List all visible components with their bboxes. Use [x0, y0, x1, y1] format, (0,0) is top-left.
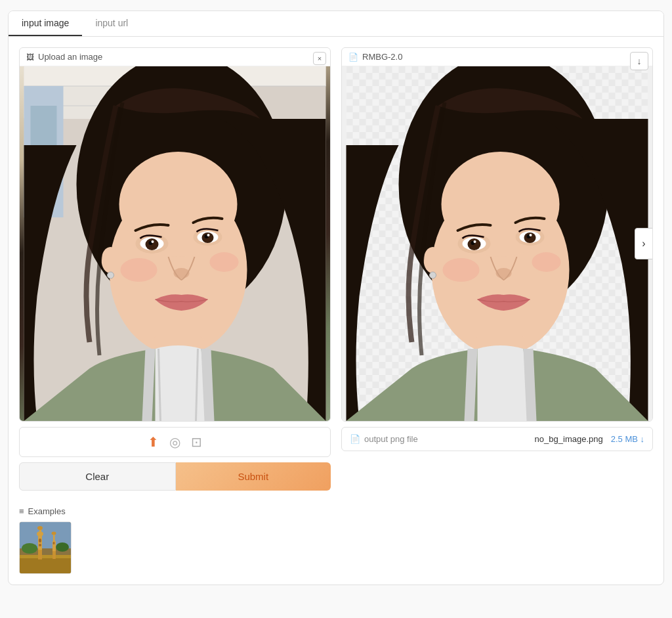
download-button[interactable]: ↓	[630, 52, 648, 70]
output-image-display: ›	[342, 66, 652, 421]
tab-input-image[interactable]: input image	[9, 11, 82, 36]
output-file-row: 📄 output png file no_bg_image.png 2.5 MB…	[341, 427, 653, 451]
document-icon: 📄	[348, 53, 358, 62]
svg-rect-58	[38, 550, 40, 560]
svg-rect-66	[52, 551, 54, 559]
portrait-svg-left	[20, 66, 330, 421]
model-label: RMBG-2.0	[362, 52, 402, 62]
action-bar: ⬆ ◎ ⊡	[19, 427, 331, 457]
output-file-left: 📄 output png file	[350, 434, 418, 444]
examples-section: ≡ Examples	[9, 501, 663, 585]
settings-action-icon[interactable]: ◎	[169, 434, 180, 450]
svg-point-70	[53, 542, 55, 544]
output-filename: no_bg_image.png	[535, 434, 603, 444]
examples-icon: ≡	[19, 506, 24, 516]
buttons-row: Clear Submit	[19, 462, 331, 491]
main-content: 🖼 Upload an image ×	[9, 37, 663, 501]
svg-rect-68	[53, 534, 55, 542]
svg-point-25	[108, 272, 114, 278]
examples-header: ≡ Examples	[19, 506, 653, 516]
svg-point-23	[210, 252, 239, 272]
output-image-box: 📄 RMBG-2.0 ↓	[341, 47, 653, 422]
output-section-label: output png file	[364, 434, 418, 444]
svg-rect-67	[54, 551, 56, 559]
input-image-box: 🖼 Upload an image ×	[19, 47, 331, 422]
file-icon: 📄	[350, 434, 360, 444]
svg-point-56	[56, 542, 69, 552]
tab-input-url[interactable]: input url	[82, 11, 141, 36]
svg-point-16	[152, 240, 154, 243]
svg-point-48	[532, 252, 561, 272]
examples-grid	[19, 521, 653, 574]
tabs-bar: input image input url	[9, 11, 663, 37]
svg-point-55	[22, 543, 37, 554]
close-button[interactable]: ×	[313, 52, 326, 65]
svg-point-62	[37, 526, 43, 530]
svg-point-22	[121, 258, 158, 282]
output-file-right: no_bg_image.png 2.5 MB ↓	[535, 434, 644, 444]
upload-header: 🖼 Upload an image	[20, 48, 330, 66]
svg-rect-59	[40, 550, 42, 560]
left-panel: 🖼 Upload an image ×	[19, 47, 331, 491]
svg-point-50	[430, 272, 436, 278]
svg-rect-54	[20, 558, 72, 574]
app-container: input image input url 🖼 Upload an image …	[8, 11, 664, 585]
input-image-display	[20, 66, 330, 421]
clear-button[interactable]: Clear	[19, 462, 176, 491]
example-thumb-0[interactable]	[19, 521, 72, 574]
upload-label: Upload an image	[38, 52, 102, 62]
right-panel: 📄 RMBG-2.0 ↓	[341, 47, 653, 491]
svg-point-64	[39, 544, 41, 546]
svg-point-41	[474, 240, 476, 243]
svg-point-47	[443, 258, 480, 282]
output-filesize[interactable]: 2.5 MB ↓	[611, 434, 644, 444]
portrait-svg-right	[342, 66, 652, 421]
output-header: 📄 RMBG-2.0	[342, 48, 652, 66]
svg-point-20	[207, 234, 210, 236]
next-button[interactable]: ›	[635, 228, 652, 259]
svg-point-24	[102, 247, 120, 273]
svg-point-69	[52, 532, 56, 535]
upload-icon: 🖼	[26, 53, 34, 62]
svg-point-49	[424, 247, 442, 273]
submit-button[interactable]: Submit	[176, 462, 331, 491]
camera-action-icon[interactable]: ⊡	[191, 434, 202, 450]
example-thumb-svg	[20, 522, 72, 574]
svg-point-63	[39, 539, 41, 542]
examples-label: Examples	[28, 506, 66, 516]
svg-point-45	[530, 234, 532, 236]
upload-action-icon[interactable]: ⬆	[148, 434, 159, 450]
svg-rect-6	[31, 106, 57, 145]
